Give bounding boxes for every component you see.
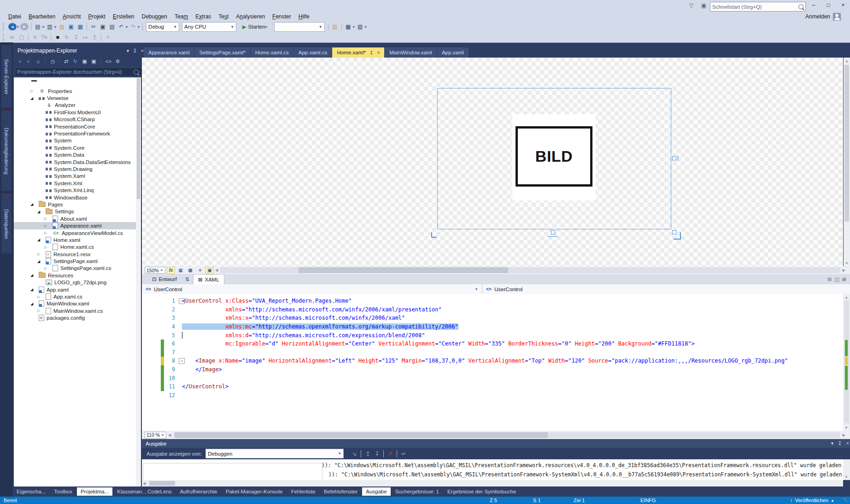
code-line-9[interactable]: 9 </Image> (142, 365, 843, 374)
resize-handle-bottom[interactable] (551, 230, 555, 234)
menu-erstellen[interactable]: Erstellen (109, 12, 138, 21)
scroll-up-arrow[interactable]: ▲ (843, 294, 850, 300)
scroll-down-arrow[interactable]: ▼ (843, 474, 850, 480)
tree-item-system.data.datasetextensions[interactable]: System.Data.DataSetExtensions (14, 158, 141, 165)
designer-vertical-scrollbar[interactable]: ▲ ▼ (844, 58, 850, 266)
tree-item-presentationframework[interactable]: PresentationFramework (14, 130, 141, 137)
redo-icon[interactable]: ↷ (129, 23, 137, 31)
tree-item-settingspage.xaml.cs[interactable]: ▷SettingsPage.xaml.cs (14, 265, 141, 272)
refresh-icon[interactable]: ↻ (72, 57, 79, 65)
chevron-down-icon[interactable]: ▾ (138, 25, 140, 29)
tree-item-presentationcore[interactable]: PresentationCore (14, 123, 141, 130)
tree-item-app.xaml[interactable]: ◢App.xaml (14, 286, 141, 293)
scroll-left-arrow[interactable]: ◀ (168, 433, 171, 437)
tree-item-system.xaml[interactable]: System.Xaml (14, 173, 141, 180)
expander-collapsed-icon[interactable]: ▷ (43, 231, 48, 235)
expander-expanded-icon[interactable]: ◢ (36, 259, 41, 264)
code-line-8[interactable]: 8− <Image x:Name="image" HorizontalAlign… (142, 357, 843, 365)
view-code-icon[interactable]: <> (105, 57, 112, 65)
tree-item-system.data[interactable]: System.Data (14, 152, 141, 158)
logo-image-element[interactable]: BILD (512, 114, 596, 200)
doc-tab-app.xaml[interactable]: App.xaml (437, 47, 469, 58)
close-button[interactable]: × (837, 0, 850, 10)
tree-item-analyzer[interactable]: āAnalyzer (14, 102, 141, 109)
chevron-down-icon[interactable]: ▾ (365, 25, 367, 29)
expander-expanded-icon[interactable]: ◢ (29, 273, 35, 277)
open-file-icon[interactable]: ▨ (58, 23, 66, 31)
code-line-1[interactable]: 1−<UserControl x:Class="UVA_Report_Moder… (142, 297, 843, 305)
tree-item-app.xaml.cs[interactable]: ▷App.xaml.cs (14, 293, 141, 300)
scroll-right-arrow[interactable]: ▶ (843, 433, 845, 437)
tree-item-verweise[interactable]: ◢Verweise (14, 94, 141, 101)
chevron-down-icon[interactable]: ▾ (54, 25, 56, 29)
output-source-select[interactable]: Debuggen ▼ (205, 449, 344, 458)
editor-vertical-scrollbar[interactable]: ▲ ▼ (843, 294, 850, 431)
panel-tab-aufrufhierarchie[interactable]: Aufrufhierarchie (176, 487, 221, 496)
properties-icon[interactable]: ⚙ (114, 57, 121, 65)
tree-item-system.core[interactable]: System.Core (14, 144, 141, 151)
expander-collapsed-icon[interactable]: ▷ (36, 295, 41, 299)
element-dropdown-right[interactable]: <> UserControl (482, 284, 526, 294)
expander-collapsed-icon[interactable]: ▷ (43, 245, 48, 249)
swap-panes-icon[interactable]: ⇅ (185, 276, 189, 282)
tree-item-windowsbase[interactable]: WindowsBase (14, 194, 141, 201)
code-line-2[interactable]: 2 xmlns="http://schemas.microsoft.com/wi… (142, 305, 843, 314)
doc-tab-settingspage.xaml[interactable]: SettingsPage.xaml* (195, 47, 250, 58)
save-all-icon[interactable]: ▦ (76, 23, 84, 31)
solution-explorer-search-input[interactable]: Projektmappen-Explorer durchsuchen (Strg… (15, 67, 144, 76)
panel-tab-ergebnissedersymbolsuche[interactable]: Ergebnisse der Symbolsuche (444, 487, 520, 496)
chevron-down-icon[interactable]: ▾ (58, 59, 60, 64)
tree-item-firstfloor.modernui[interactable]: FirstFloor.ModernUI (14, 109, 141, 116)
tree-item-resources[interactable]: ◢Resources (14, 272, 141, 279)
toolbar-grip[interactable] (3, 34, 6, 41)
code-line-4[interactable]: 4 xmlns:mc="http://schemas.openxmlformat… (142, 322, 843, 331)
expander-collapsed-icon[interactable]: ▷ (36, 252, 41, 256)
goto-message-icon[interactable]: ↧ (373, 450, 381, 458)
doc-tab-appearance.xaml[interactable]: Appearance.xaml (144, 47, 194, 58)
side-tab-datenquellen[interactable]: Datenquellen (1, 193, 12, 253)
chevron-down-icon[interactable]: ▾ (17, 25, 19, 29)
tree-item-home.xaml[interactable]: ◢Home.xaml (14, 236, 141, 243)
output-text-area[interactable]: )): "C:\Windows\Microsoft.Net\assembly\G… (142, 459, 850, 480)
breakpoints-window-icon[interactable]: ≡ (31, 33, 39, 41)
code-line-6[interactable]: 6 mc:Ignorable="d" HorizontalAlignment="… (142, 340, 843, 348)
tree-item-system[interactable]: System (14, 137, 141, 144)
expander-expanded-icon[interactable]: ◢ (29, 302, 35, 306)
panel-tab-paketmanagerkonsole[interactable]: Paket-Manager-Konsole (222, 487, 287, 496)
new-project-icon[interactable]: ▤ (34, 23, 42, 31)
empty-toolbar-select[interactable]: ▼ (274, 22, 325, 32)
pin-icon[interactable]: ↧ (838, 440, 842, 446)
tree-item-resource1.resx[interactable]: ▷Resource1.resx (14, 251, 141, 258)
undo-icon[interactable]: ↶ (117, 23, 125, 31)
output-vertical-scrollbar[interactable]: ▼ (843, 459, 850, 480)
copy-icon[interactable]: ▣ (99, 23, 107, 31)
menu-bearbeiten[interactable]: Bearbeiten (25, 12, 59, 21)
expander-expanded-icon[interactable]: ◢ (36, 210, 41, 214)
cut-icon[interactable]: ✂ (89, 23, 98, 31)
panel-tab-fehlerliste[interactable]: Fehlerliste (287, 487, 319, 496)
start-debugging-button[interactable]: ▶ Starten ▾ (240, 24, 271, 30)
window-position-icon[interactable]: ▾ (127, 48, 129, 54)
side-tab-serverexplorer[interactable]: Server-Explorer (1, 45, 12, 108)
scroll-down-arrow[interactable]: ▼ (844, 260, 850, 266)
navigate-forward-icon[interactable]: ► (20, 23, 29, 30)
snaplines-button[interactable]: ✛ (196, 267, 204, 274)
forward-icon[interactable]: ► (25, 57, 32, 65)
menu-test[interactable]: Test (215, 12, 232, 21)
tree-item-packages.config[interactable]: packages.config (14, 315, 141, 322)
toggle-word-wrap-icon[interactable]: ↵ (399, 450, 408, 458)
tree-item-appearanceviewmodel.cs[interactable]: ▷C#AppearanceViewModel.cs (14, 229, 141, 236)
step-over-icon[interactable]: ↦ (81, 33, 89, 41)
editor-horizontal-scrollbar[interactable] (174, 432, 840, 438)
find-in-files-icon[interactable]: ▥ (331, 23, 339, 31)
doc-tab-home.xaml.cs[interactable]: Home.xaml.cs (251, 47, 293, 58)
menu-debuggen[interactable]: Debuggen (138, 12, 171, 21)
scroll-left-arrow[interactable]: ◀ (215, 268, 218, 272)
tree-item-mainwindow.xaml[interactable]: ◢MainWindow.xaml (14, 300, 141, 307)
code-line-12[interactable]: 12 (142, 391, 843, 400)
tree-scrollbar[interactable] (136, 77, 141, 486)
sign-in-area[interactable]: Anmelden (805, 12, 841, 21)
step-into-icon[interactable]: ↧ (72, 33, 80, 41)
scroll-up-arrow[interactable]: ▲ (844, 58, 850, 64)
chevron-down-icon[interactable]: ▾ (353, 25, 355, 29)
